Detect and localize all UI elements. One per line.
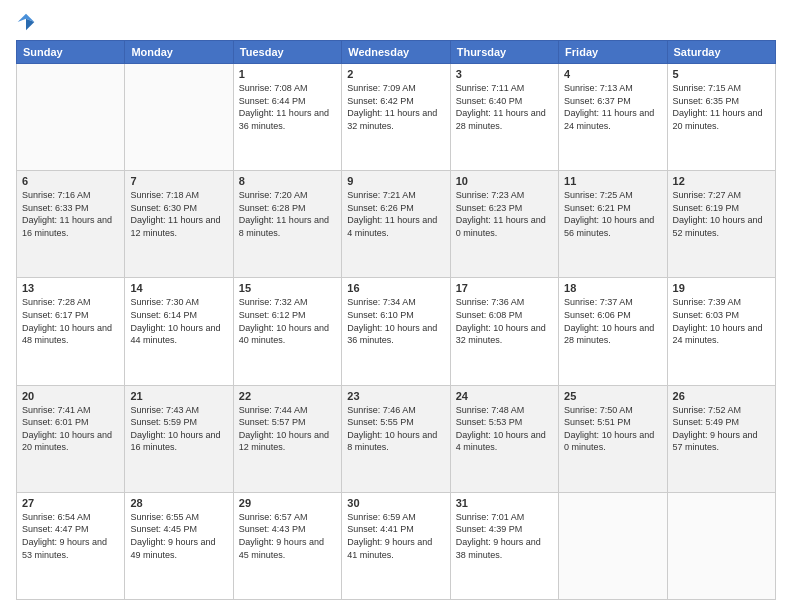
day-detail: Sunrise: 7:52 AM Sunset: 5:49 PM Dayligh… (673, 404, 770, 454)
weekday-header-saturday: Saturday (667, 41, 775, 64)
day-detail: Sunrise: 7:21 AM Sunset: 6:26 PM Dayligh… (347, 189, 444, 239)
day-number: 19 (673, 282, 770, 294)
day-number: 17 (456, 282, 553, 294)
day-number: 2 (347, 68, 444, 80)
day-detail: Sunrise: 7:13 AM Sunset: 6:37 PM Dayligh… (564, 82, 661, 132)
calendar-cell: 9Sunrise: 7:21 AM Sunset: 6:26 PM Daylig… (342, 171, 450, 278)
day-detail: Sunrise: 7:15 AM Sunset: 6:35 PM Dayligh… (673, 82, 770, 132)
calendar-cell: 15Sunrise: 7:32 AM Sunset: 6:12 PM Dayli… (233, 278, 341, 385)
day-detail: Sunrise: 7:20 AM Sunset: 6:28 PM Dayligh… (239, 189, 336, 239)
day-detail: Sunrise: 6:57 AM Sunset: 4:43 PM Dayligh… (239, 511, 336, 561)
day-detail: Sunrise: 7:39 AM Sunset: 6:03 PM Dayligh… (673, 296, 770, 346)
day-number: 4 (564, 68, 661, 80)
calendar-cell: 12Sunrise: 7:27 AM Sunset: 6:19 PM Dayli… (667, 171, 775, 278)
calendar-cell: 25Sunrise: 7:50 AM Sunset: 5:51 PM Dayli… (559, 385, 667, 492)
calendar-cell: 4Sunrise: 7:13 AM Sunset: 6:37 PM Daylig… (559, 64, 667, 171)
calendar-cell: 22Sunrise: 7:44 AM Sunset: 5:57 PM Dayli… (233, 385, 341, 492)
calendar-cell: 3Sunrise: 7:11 AM Sunset: 6:40 PM Daylig… (450, 64, 558, 171)
calendar-cell: 20Sunrise: 7:41 AM Sunset: 6:01 PM Dayli… (17, 385, 125, 492)
day-detail: Sunrise: 7:16 AM Sunset: 6:33 PM Dayligh… (22, 189, 119, 239)
weekday-header-sunday: Sunday (17, 41, 125, 64)
calendar-cell: 27Sunrise: 6:54 AM Sunset: 4:47 PM Dayli… (17, 492, 125, 599)
day-detail: Sunrise: 6:59 AM Sunset: 4:41 PM Dayligh… (347, 511, 444, 561)
calendar-cell: 26Sunrise: 7:52 AM Sunset: 5:49 PM Dayli… (667, 385, 775, 492)
day-number: 8 (239, 175, 336, 187)
calendar-week-row: 20Sunrise: 7:41 AM Sunset: 6:01 PM Dayli… (17, 385, 776, 492)
day-detail: Sunrise: 7:23 AM Sunset: 6:23 PM Dayligh… (456, 189, 553, 239)
day-number: 10 (456, 175, 553, 187)
calendar-cell: 29Sunrise: 6:57 AM Sunset: 4:43 PM Dayli… (233, 492, 341, 599)
calendar-cell: 10Sunrise: 7:23 AM Sunset: 6:23 PM Dayli… (450, 171, 558, 278)
day-detail: Sunrise: 7:01 AM Sunset: 4:39 PM Dayligh… (456, 511, 553, 561)
day-detail: Sunrise: 6:54 AM Sunset: 4:47 PM Dayligh… (22, 511, 119, 561)
calendar-cell: 11Sunrise: 7:25 AM Sunset: 6:21 PM Dayli… (559, 171, 667, 278)
calendar-cell: 1Sunrise: 7:08 AM Sunset: 6:44 PM Daylig… (233, 64, 341, 171)
day-number: 1 (239, 68, 336, 80)
calendar-cell: 16Sunrise: 7:34 AM Sunset: 6:10 PM Dayli… (342, 278, 450, 385)
logo-icon (16, 12, 36, 32)
day-number: 7 (130, 175, 227, 187)
calendar-week-row: 1Sunrise: 7:08 AM Sunset: 6:44 PM Daylig… (17, 64, 776, 171)
day-number: 23 (347, 390, 444, 402)
day-number: 11 (564, 175, 661, 187)
calendar-table: SundayMondayTuesdayWednesdayThursdayFrid… (16, 40, 776, 600)
day-number: 13 (22, 282, 119, 294)
day-detail: Sunrise: 7:11 AM Sunset: 6:40 PM Dayligh… (456, 82, 553, 132)
calendar-cell: 14Sunrise: 7:30 AM Sunset: 6:14 PM Dayli… (125, 278, 233, 385)
day-number: 20 (22, 390, 119, 402)
calendar-cell: 24Sunrise: 7:48 AM Sunset: 5:53 PM Dayli… (450, 385, 558, 492)
page: SundayMondayTuesdayWednesdayThursdayFrid… (0, 0, 792, 612)
day-detail: Sunrise: 7:34 AM Sunset: 6:10 PM Dayligh… (347, 296, 444, 346)
day-detail: Sunrise: 7:32 AM Sunset: 6:12 PM Dayligh… (239, 296, 336, 346)
calendar-cell: 28Sunrise: 6:55 AM Sunset: 4:45 PM Dayli… (125, 492, 233, 599)
day-detail: Sunrise: 6:55 AM Sunset: 4:45 PM Dayligh… (130, 511, 227, 561)
svg-marker-1 (26, 19, 34, 31)
calendar-cell: 5Sunrise: 7:15 AM Sunset: 6:35 PM Daylig… (667, 64, 775, 171)
logo (16, 12, 40, 32)
calendar-cell: 18Sunrise: 7:37 AM Sunset: 6:06 PM Dayli… (559, 278, 667, 385)
day-number: 16 (347, 282, 444, 294)
calendar-cell (667, 492, 775, 599)
day-detail: Sunrise: 7:46 AM Sunset: 5:55 PM Dayligh… (347, 404, 444, 454)
day-number: 18 (564, 282, 661, 294)
calendar-cell (17, 64, 125, 171)
day-detail: Sunrise: 7:50 AM Sunset: 5:51 PM Dayligh… (564, 404, 661, 454)
calendar-cell: 17Sunrise: 7:36 AM Sunset: 6:08 PM Dayli… (450, 278, 558, 385)
calendar-cell: 7Sunrise: 7:18 AM Sunset: 6:30 PM Daylig… (125, 171, 233, 278)
weekday-header-thursday: Thursday (450, 41, 558, 64)
calendar-week-row: 6Sunrise: 7:16 AM Sunset: 6:33 PM Daylig… (17, 171, 776, 278)
weekday-header-wednesday: Wednesday (342, 41, 450, 64)
weekday-header-tuesday: Tuesday (233, 41, 341, 64)
day-number: 6 (22, 175, 119, 187)
day-number: 5 (673, 68, 770, 80)
day-detail: Sunrise: 7:08 AM Sunset: 6:44 PM Dayligh… (239, 82, 336, 132)
day-number: 9 (347, 175, 444, 187)
calendar-cell: 2Sunrise: 7:09 AM Sunset: 6:42 PM Daylig… (342, 64, 450, 171)
day-number: 24 (456, 390, 553, 402)
day-number: 3 (456, 68, 553, 80)
day-number: 14 (130, 282, 227, 294)
day-detail: Sunrise: 7:41 AM Sunset: 6:01 PM Dayligh… (22, 404, 119, 454)
day-number: 27 (22, 497, 119, 509)
calendar-cell (559, 492, 667, 599)
day-detail: Sunrise: 7:25 AM Sunset: 6:21 PM Dayligh… (564, 189, 661, 239)
day-detail: Sunrise: 7:44 AM Sunset: 5:57 PM Dayligh… (239, 404, 336, 454)
calendar-week-row: 13Sunrise: 7:28 AM Sunset: 6:17 PM Dayli… (17, 278, 776, 385)
day-detail: Sunrise: 7:37 AM Sunset: 6:06 PM Dayligh… (564, 296, 661, 346)
day-detail: Sunrise: 7:28 AM Sunset: 6:17 PM Dayligh… (22, 296, 119, 346)
calendar-week-row: 27Sunrise: 6:54 AM Sunset: 4:47 PM Dayli… (17, 492, 776, 599)
calendar-cell: 19Sunrise: 7:39 AM Sunset: 6:03 PM Dayli… (667, 278, 775, 385)
day-number: 26 (673, 390, 770, 402)
calendar-cell: 13Sunrise: 7:28 AM Sunset: 6:17 PM Dayli… (17, 278, 125, 385)
calendar-cell: 6Sunrise: 7:16 AM Sunset: 6:33 PM Daylig… (17, 171, 125, 278)
day-number: 30 (347, 497, 444, 509)
calendar-cell: 8Sunrise: 7:20 AM Sunset: 6:28 PM Daylig… (233, 171, 341, 278)
day-number: 21 (130, 390, 227, 402)
day-number: 31 (456, 497, 553, 509)
day-number: 15 (239, 282, 336, 294)
day-detail: Sunrise: 7:36 AM Sunset: 6:08 PM Dayligh… (456, 296, 553, 346)
calendar-cell: 30Sunrise: 6:59 AM Sunset: 4:41 PM Dayli… (342, 492, 450, 599)
day-detail: Sunrise: 7:18 AM Sunset: 6:30 PM Dayligh… (130, 189, 227, 239)
calendar-cell (125, 64, 233, 171)
calendar-cell: 21Sunrise: 7:43 AM Sunset: 5:59 PM Dayli… (125, 385, 233, 492)
